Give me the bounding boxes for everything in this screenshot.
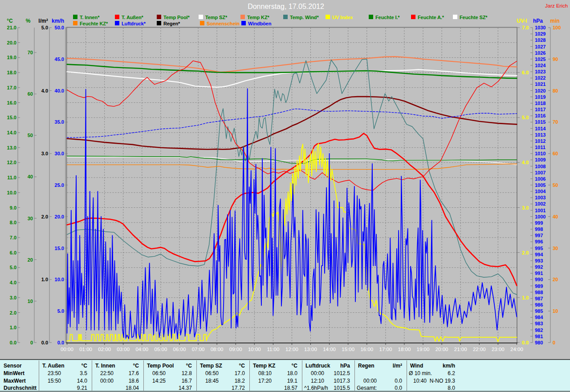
svg-text:00:00: 00:00 — [100, 378, 114, 384]
svg-text:998: 998 — [535, 226, 543, 232]
svg-text:995: 995 — [535, 246, 543, 251]
svg-text:1012.5: 1012.5 — [334, 370, 350, 376]
svg-text:60: 60 — [553, 151, 558, 156]
svg-text:30: 30 — [28, 216, 33, 221]
svg-text:Sensor: Sensor — [4, 363, 22, 369]
svg-text:1017: 1017 — [535, 107, 546, 112]
svg-text:1000: 1000 — [535, 214, 546, 219]
svg-text:19.0: 19.0 — [7, 55, 16, 60]
svg-text:23:00: 23:00 — [492, 347, 505, 352]
svg-text:996: 996 — [535, 239, 543, 244]
svg-text:13.0: 13.0 — [7, 145, 16, 150]
svg-text:12.0: 12.0 — [7, 160, 16, 165]
svg-text:10: 10 — [553, 308, 558, 314]
svg-text:989: 989 — [535, 283, 543, 289]
svg-text:Temp SZ: Temp SZ — [200, 363, 222, 369]
svg-text:80: 80 — [553, 88, 558, 93]
svg-text:8.0: 8.0 — [10, 220, 16, 225]
svg-text:05:00: 05:00 — [155, 347, 167, 352]
svg-text:100: 100 — [553, 25, 561, 30]
svg-text:984: 984 — [535, 315, 543, 320]
svg-text:06:00: 06:00 — [173, 347, 186, 352]
svg-text:45.0: 45.0 — [55, 57, 64, 62]
svg-text:17:00: 17:00 — [379, 347, 392, 352]
svg-text:3.0: 3.0 — [41, 151, 48, 156]
svg-text:30.0: 30.0 — [55, 151, 64, 156]
svg-text:1019: 1019 — [535, 94, 546, 100]
svg-text:T. Außen*: T. Außen* — [122, 15, 144, 20]
svg-text:10:40: 10:40 — [413, 378, 427, 384]
svg-text:12:10: 12:10 — [311, 378, 324, 384]
svg-text:00:00: 00:00 — [311, 370, 324, 376]
svg-text:1.0: 1.0 — [41, 277, 48, 282]
svg-text:km/h: km/h — [52, 18, 64, 24]
svg-text:1008: 1008 — [535, 164, 546, 169]
svg-text:40: 40 — [553, 214, 558, 219]
svg-text:15.0: 15.0 — [55, 246, 64, 251]
svg-text:12.8: 12.8 — [182, 370, 192, 376]
svg-text:Jarz Erich: Jarz Erich — [545, 3, 568, 8]
svg-text:01:00: 01:00 — [79, 347, 92, 352]
svg-text:1016: 1016 — [535, 113, 546, 118]
svg-text:6.2: 6.2 — [448, 370, 455, 376]
svg-text:17.0: 17.0 — [235, 370, 245, 376]
svg-text:1017.3: 1017.3 — [334, 378, 350, 384]
svg-text:08:10: 08:10 — [258, 370, 272, 376]
svg-text:1.0: 1.0 — [522, 295, 529, 300]
svg-text:18:00: 18:00 — [398, 347, 411, 352]
svg-text:Wind: Wind — [410, 363, 423, 369]
svg-text:04:00: 04:00 — [135, 347, 148, 352]
svg-text:0.0: 0.0 — [57, 340, 64, 345]
svg-text:°C: °C — [133, 363, 139, 369]
svg-text:11.0: 11.0 — [7, 175, 16, 180]
svg-text:997: 997 — [535, 233, 543, 238]
svg-text:6.0: 6.0 — [10, 250, 16, 255]
svg-text:1024: 1024 — [535, 63, 546, 68]
svg-text:5.0: 5.0 — [41, 25, 48, 30]
svg-text:Regen*: Regen* — [163, 21, 180, 26]
svg-text:2.0: 2.0 — [41, 214, 48, 219]
svg-text:985: 985 — [535, 308, 543, 314]
svg-text:06:50: 06:50 — [205, 370, 219, 376]
svg-text:1.0: 1.0 — [10, 325, 16, 330]
svg-text:1014: 1014 — [535, 126, 546, 131]
svg-text:20: 20 — [553, 277, 558, 282]
svg-text:11:00: 11:00 — [267, 347, 279, 352]
svg-text:19:00: 19:00 — [417, 347, 430, 352]
svg-text:1023: 1023 — [535, 69, 546, 74]
svg-text:1028: 1028 — [535, 37, 546, 43]
svg-text:1018: 1018 — [535, 101, 546, 106]
svg-text:T. Innen*: T. Innen* — [80, 15, 100, 20]
svg-text:992: 992 — [535, 264, 543, 270]
svg-text:20.0: 20.0 — [7, 40, 16, 45]
svg-text:1004: 1004 — [535, 189, 546, 194]
svg-text:1020: 1020 — [535, 88, 546, 93]
svg-text:15:00: 15:00 — [342, 347, 354, 352]
svg-text:60: 60 — [28, 91, 33, 97]
svg-text:3.0: 3.0 — [10, 295, 16, 300]
svg-text:18:45: 18:45 — [205, 378, 219, 384]
svg-text:Luftdruck: Luftdruck — [305, 363, 330, 369]
svg-text:%: % — [26, 18, 31, 24]
svg-text:20.0: 20.0 — [55, 214, 64, 219]
svg-text:hPa: hPa — [340, 363, 350, 369]
svg-text:Donnerstag, 17.05.2012: Donnerstag, 17.05.2012 — [248, 3, 324, 10]
svg-text:70: 70 — [553, 119, 558, 125]
svg-text:1021: 1021 — [535, 81, 546, 87]
svg-text:°C: °C — [186, 363, 192, 369]
svg-text:986: 986 — [535, 302, 543, 307]
svg-text:20: 20 — [28, 257, 33, 263]
svg-text:1012: 1012 — [535, 138, 546, 144]
svg-text:3.0: 3.0 — [522, 205, 529, 210]
svg-text:14:25: 14:25 — [152, 378, 166, 384]
svg-text:21:00: 21:00 — [454, 347, 467, 352]
svg-text:Ø 10 min.: Ø 10 min. — [409, 370, 432, 376]
svg-text:30: 30 — [553, 246, 558, 251]
svg-text:980: 980 — [535, 340, 543, 345]
svg-text:7.0: 7.0 — [522, 25, 529, 30]
svg-text:1005: 1005 — [535, 182, 546, 188]
svg-text:1007: 1007 — [535, 170, 546, 175]
svg-text:14.0: 14.0 — [77, 378, 88, 384]
svg-text:50.0: 50.0 — [55, 25, 64, 30]
svg-text:987: 987 — [535, 296, 543, 301]
